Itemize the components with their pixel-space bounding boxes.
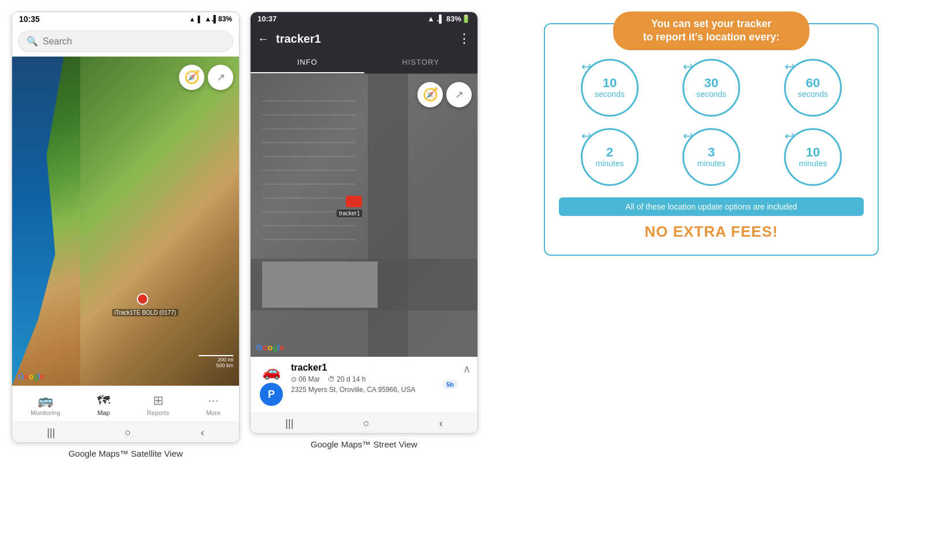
arrow-icon-5: ↩: [683, 129, 693, 143]
circle-10s: ↩ 10 seconds: [581, 59, 639, 117]
parking-lines: [262, 91, 356, 253]
meta-duration: ⏱ 20 d 14 h: [328, 375, 365, 383]
phone2-street: 10:37 ▲ .▌ 83%🔋 ← tracker1 ⋮ INFO HISTOR…: [250, 12, 478, 458]
tracker-icon-wrap: 🚗 P: [257, 363, 285, 406]
tracker-info-details: tracker1 ⊙ 06 Mar ⏱ 20 d 14 h 2325 Myers…: [291, 363, 437, 394]
back-button[interactable]: ←: [257, 32, 269, 46]
arrow-icon-3: ↩: [785, 59, 794, 73]
search-input[interactable]: [43, 36, 225, 47]
street-compass-button[interactable]: 🧭: [417, 82, 443, 107]
info-card: You can set your tracker to report it's …: [544, 23, 879, 256]
tracker-name-header: tracker1: [276, 32, 451, 46]
street-nav-button[interactable]: ↗: [446, 82, 472, 107]
circle-2m: ↩ 2 minutes: [581, 128, 639, 186]
circle-10m: ↩ 10 minutes: [784, 128, 842, 186]
circle-2m-value: 2: [606, 146, 613, 159]
phone1-status-bar: 10:35 ▲ ▌ ▲.▌83%: [12, 12, 239, 26]
nav-more[interactable]: ··· More: [201, 391, 225, 419]
compass-button[interactable]: 🧭: [179, 65, 204, 90]
monitoring-icon: 🚌: [38, 393, 53, 408]
nav-monitoring-label: Monitoring: [31, 409, 60, 416]
phone1-frame: 10:35 ▲ ▌ ▲.▌83% 🔍 🧭 ↗: [12, 12, 240, 443]
interval-circles-row1: ↩ 10 seconds ↩ 30 seconds ↩ 60 seconds: [559, 59, 864, 117]
tracker-info-meta: ⊙ 06 Mar ⏱ 20 d 14 h: [291, 375, 437, 383]
phone1-time: 10:35: [19, 14, 40, 24]
google-g: G: [18, 372, 24, 381]
search-icon: 🔍: [27, 36, 38, 47]
truck-icon: 🚗: [262, 363, 281, 380]
reports-icon: ⊞: [153, 393, 163, 408]
nav-reports[interactable]: ⊞ Reports: [142, 391, 174, 419]
sys-back-icon[interactable]: ‹: [201, 427, 204, 439]
phone1-status-icons: ▲ ▌ ▲.▌83%: [189, 15, 232, 23]
phone1-satellite: 10:35 ▲ ▌ ▲.▌83% 🔍 🧭 ↗: [12, 12, 240, 458]
phone1-signal-icon: ▲: [189, 16, 196, 23]
nav-map[interactable]: 🗺 Map: [92, 391, 114, 419]
circle-10s-unit: seconds: [595, 89, 625, 99]
phone2-status-icons: ▲ .▌ 83%🔋: [427, 14, 471, 23]
circle-3m: ↩ 3 minutes: [682, 128, 740, 186]
circle-3m-value: 3: [708, 146, 715, 159]
phone2-sys-menu-icon[interactable]: |||: [285, 417, 293, 430]
circle-60s-value: 60: [806, 77, 820, 89]
no-fee-banner: All of these location update options are…: [559, 197, 864, 216]
sg-e: e: [279, 343, 284, 352]
tracker-letter-icon: P: [260, 383, 283, 406]
more-options-button[interactable]: ⋮: [458, 31, 471, 46]
phone2-caption: Google Maps™ Street View: [311, 439, 417, 449]
tab-info[interactable]: INFO: [251, 52, 364, 73]
bottom-nav: 🚌 Monitoring 🗺 Map ⊞ Reports ··· More: [12, 386, 239, 421]
vertical-road: [368, 74, 408, 357]
right-panel: You can set your tracker to report it's …: [484, 0, 933, 267]
circle-3m-unit: minutes: [697, 159, 725, 168]
timer-icon: ⏱: [328, 375, 335, 383]
navigation-button[interactable]: ↗: [208, 65, 233, 90]
phone2-system-navbar: ||| ○ ‹: [251, 412, 477, 433]
google-logo: Google: [18, 372, 44, 381]
circle-60s-unit: seconds: [798, 89, 828, 99]
info-card-title: You can set your tracker to report it's …: [613, 12, 809, 50]
time-badge: 5h: [443, 380, 457, 389]
street-map[interactable]: tracker1 🧭 ↗ Google: [251, 74, 477, 357]
map-scale: 200 mi 500 km: [199, 355, 233, 368]
tab-info-label: INFO: [297, 58, 318, 66]
phone2-signal: ▲ .▌ 83%🔋: [427, 14, 471, 23]
sys-menu-icon[interactable]: |||: [47, 427, 55, 439]
sg-g2: g: [273, 343, 278, 352]
tracker-address: 2325 Myers St, Oroville, CA 95966, USA: [291, 386, 437, 394]
sys-home-icon[interactable]: ○: [125, 427, 131, 439]
tab-history[interactable]: HISTORY: [364, 52, 478, 73]
google-g2: g: [33, 372, 38, 381]
nav-map-label: Map: [98, 409, 110, 416]
satellite-map[interactable]: 🧭 ↗ iTrack1TE BOLD (0177) Google 200 mi …: [12, 57, 239, 386]
card-expand-button[interactable]: ∧: [463, 363, 471, 375]
nav-reports-label: Reports: [147, 409, 169, 416]
scale-km: 500 km: [199, 363, 233, 368]
scale-mi: 200 mi: [199, 357, 233, 363]
nav-monitoring[interactable]: 🚌 Monitoring: [26, 391, 65, 419]
circle-30s: ↩ 30 seconds: [682, 59, 740, 117]
phone2-sys-home-icon[interactable]: ○: [363, 417, 370, 430]
phone2-tabs: INFO HISTORY: [251, 52, 477, 74]
building: [262, 262, 378, 308]
system-navbar: ||| ○ ‹: [12, 421, 239, 442]
arrow-icon-1: ↩: [581, 59, 591, 73]
phone1-caption: Google Maps™ Satellite View: [68, 449, 182, 458]
clock-icon: ⊙: [291, 375, 297, 383]
circle-30s-unit: seconds: [696, 89, 726, 99]
phone2-sys-back-icon[interactable]: ‹: [439, 417, 443, 430]
google-o2: o: [28, 372, 33, 381]
sg-g: G: [256, 343, 263, 352]
circle-10m-unit: minutes: [798, 159, 827, 168]
car-pin-street: [346, 196, 362, 207]
title-line1: You can set your tracker: [651, 18, 772, 29]
phone2-time: 10:37: [257, 14, 277, 23]
interval-circles-row2: ↩ 2 minutes ↩ 3 minutes ↩ 10 minutes: [559, 128, 864, 186]
more-icon: ···: [208, 393, 218, 408]
title-line2: to report it's location every:: [643, 31, 779, 43]
phone2-status-bar: 10:37 ▲ .▌ 83%🔋: [251, 12, 477, 25]
phone1-battery-text: ▲.▌83%: [204, 15, 232, 23]
phone1-search-bar[interactable]: 🔍: [18, 31, 233, 52]
tracker-info-name: tracker1: [291, 363, 437, 373]
phone1-search-area: 🔍: [12, 26, 239, 57]
